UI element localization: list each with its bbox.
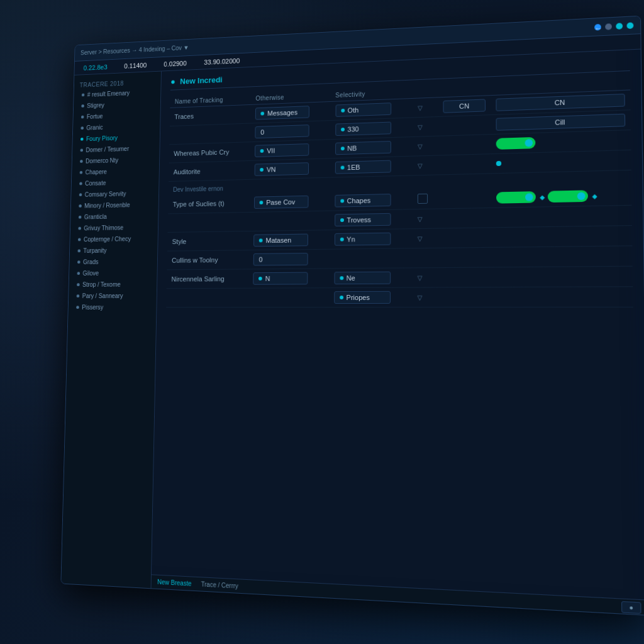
field-dot: [340, 276, 343, 280]
sidebar-dot: [80, 126, 84, 130]
selectivity-field[interactable]: Chapes: [335, 194, 391, 208]
sidebar-label: Comsary Servity: [85, 191, 126, 198]
sidebar-dot: [77, 249, 80, 252]
row-label: Auditorite: [174, 168, 201, 176]
field-value: 0: [259, 256, 263, 264]
back-button[interactable]: ←: [594, 24, 601, 31]
tab-new-breaste[interactable]: New Breaste: [157, 579, 191, 587]
sidebar-label: Turpanity: [83, 247, 106, 254]
sidebar-label: Foury Pisory: [86, 135, 118, 142]
selectivity-field[interactable]: NB: [335, 141, 391, 155]
sidebar-dot: [80, 148, 84, 152]
sidebar-item-gilove[interactable]: Gilove: [71, 267, 155, 279]
field-value: 0: [260, 128, 264, 136]
value-3: 0.02900: [164, 59, 187, 67]
selectivity-field[interactable]: 1EB: [335, 160, 391, 174]
sidebar-dot: [76, 306, 79, 309]
main-layout: Tracere 2018 # result Emenary Stigrey Fo…: [61, 50, 644, 615]
toggle-control: [496, 134, 626, 149]
slider-thumb: [525, 139, 533, 147]
row-label: Style: [172, 238, 187, 245]
field-dot: [340, 166, 344, 170]
dropdown-icon[interactable]: ▽: [418, 216, 423, 223]
otherwise-field[interactable]: Messages: [255, 106, 309, 119]
col4-field[interactable]: CN: [443, 99, 486, 113]
sidebar-dot: [77, 272, 80, 275]
col5-field[interactable]: CN: [496, 94, 625, 111]
sidebar-dot-active: [80, 138, 84, 141]
selectivity-field[interactable]: 330: [335, 122, 391, 136]
dropdown-icon[interactable]: ▽: [418, 104, 423, 111]
col5-field[interactable]: Cill: [496, 114, 625, 131]
field-value: Oth: [348, 106, 358, 114]
sidebar-dot: [79, 216, 82, 219]
sidebar-item-pissersy[interactable]: Pissersy: [70, 301, 154, 313]
sidebar-item-grivuy-thimose[interactable]: Grivuy Thimose: [72, 221, 155, 234]
field-value: Pase Cov: [266, 198, 295, 206]
otherwise-field[interactable]: Matasen: [253, 234, 308, 247]
slider-indicator-2: ◆: [592, 192, 598, 200]
field-value: Matasen: [266, 236, 292, 244]
value-1: 0.22.8e3: [84, 63, 108, 71]
sidebar-dot: [78, 227, 81, 230]
bottom-button[interactable]: ●: [621, 601, 641, 613]
selectivity-field[interactable]: Ne: [334, 272, 391, 284]
sidebar-label: Granticla: [84, 213, 107, 220]
table-row: Nircennela Sarling N Ne: [167, 266, 633, 288]
dropdown-icon[interactable]: ▽: [418, 124, 423, 131]
slider-thumb-2: [577, 192, 586, 201]
sidebar-label: Grivuy Thimose: [84, 225, 123, 231]
field-value: VII: [267, 147, 275, 155]
field-value: Priopes: [347, 294, 370, 301]
config-table: Name of Tracking Otherwise Selectivity T…: [166, 77, 633, 308]
dropdown-icon[interactable]: ▽: [417, 294, 422, 301]
selectivity-field[interactable]: Trovess: [335, 213, 391, 226]
dropdown-icon[interactable]: ▽: [418, 274, 423, 281]
dropdown-icon[interactable]: ▽: [418, 235, 423, 242]
user-button[interactable]: [616, 23, 623, 30]
slider-track[interactable]: [496, 137, 536, 150]
field-dot: [259, 238, 263, 242]
settings-button[interactable]: [626, 22, 633, 29]
sidebar-dot: [78, 238, 81, 242]
row-label: Cullins w Toolny: [172, 256, 218, 264]
field-value: 330: [347, 125, 358, 133]
selectivity-field[interactable]: Priopes: [334, 291, 391, 304]
sidebar-label: Grads: [83, 258, 99, 265]
otherwise-field[interactable]: N: [253, 272, 308, 285]
window-controls: ←: [594, 22, 633, 30]
sidebar-item-turpanity[interactable]: Turpanity: [72, 244, 155, 257]
sidebar-item-strop-texome[interactable]: Strop / Texome: [71, 279, 155, 291]
sidebar-item-pary-sanneary[interactable]: Pary / Sanneary: [71, 290, 155, 301]
sidebar-label: Domerco Nty: [86, 157, 118, 165]
dropdown-icon[interactable]: ▽: [418, 162, 423, 169]
field-value: NB: [347, 145, 357, 152]
sidebar-label: Stigrey: [87, 102, 104, 109]
checkbox[interactable]: [418, 193, 428, 203]
dropdown-icon[interactable]: ▽: [418, 143, 423, 150]
otherwise-field[interactable]: 0: [253, 253, 308, 265]
sidebar-dot: [77, 283, 80, 286]
sidebar-label: Copternge / Checy: [84, 236, 131, 243]
otherwise-field[interactable]: Pase Cov: [254, 196, 309, 209]
minimize-button[interactable]: [605, 23, 612, 30]
sidebar-item-copternge-checy[interactable]: Copternge / Checy: [72, 233, 155, 245]
otherwise-field[interactable]: VII: [255, 143, 309, 157]
slider-thumb: [525, 193, 533, 201]
field-dot: [340, 296, 343, 299]
otherwise-field[interactable]: VN: [255, 162, 309, 176]
selectivity-field[interactable]: Yn: [334, 233, 391, 246]
sidebar-item-granticla[interactable]: Granticla: [73, 210, 156, 223]
sidebar-item-grads[interactable]: Grads: [72, 256, 155, 268]
row-label: Traces: [174, 113, 194, 120]
field-dot: [341, 128, 345, 131]
slider-track-2[interactable]: [548, 190, 588, 203]
selectivity-field[interactable]: Oth: [335, 103, 391, 117]
sidebar-dot: [79, 193, 82, 196]
field-dot: [260, 168, 264, 172]
field-dot: [340, 238, 343, 242]
content-area: ● New Incredi Name of Tracking Otherwise…: [152, 50, 644, 615]
otherwise-field[interactable]: 0: [255, 125, 309, 138]
slider-track[interactable]: [496, 191, 536, 204]
tab-trace-cerrry[interactable]: Trace / Cerrry: [201, 580, 238, 589]
